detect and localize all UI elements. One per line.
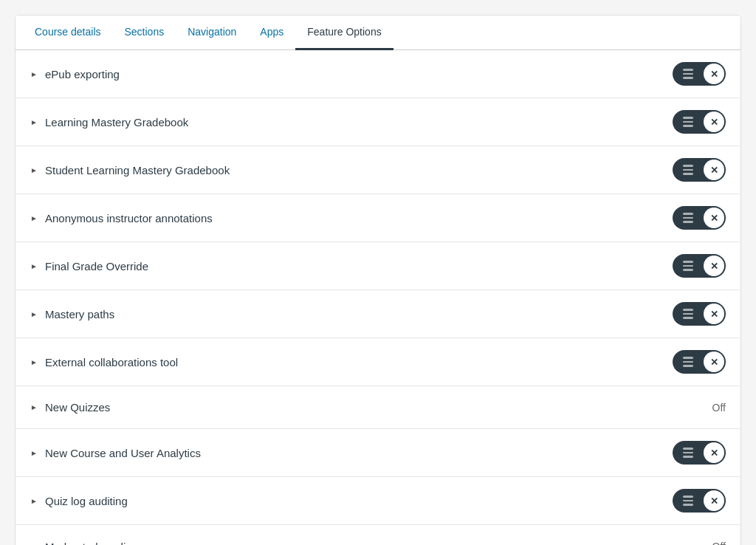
feature-left: ►Learning Mastery Gradebook <box>30 116 188 128</box>
feature-control-anonymous-instructor-annotations[interactable]: ✕ <box>673 206 726 230</box>
feature-control-mastery-paths[interactable]: ✕ <box>673 302 726 326</box>
toggle-x-icon: ✕ <box>710 496 718 506</box>
off-label-moderated-grading: Off <box>712 541 726 545</box>
toggle-x-icon: ✕ <box>710 309 718 319</box>
toggle-lines-icon <box>683 69 693 79</box>
feature-row-mastery-paths: ►Mastery paths✕ <box>16 290 740 338</box>
toggle-final-grade-override[interactable]: ✕ <box>673 254 726 278</box>
feature-left: ►New Course and User Analytics <box>30 447 201 459</box>
feature-row-new-quizzes: ►New QuizzesOff <box>16 386 740 429</box>
toggle-x-icon: ✕ <box>710 357 718 367</box>
feature-control-student-learning-mastery-gradebook[interactable]: ✕ <box>673 158 726 182</box>
off-label-new-quizzes: Off <box>712 402 726 414</box>
chevron-right-icon[interactable]: ► <box>30 166 39 174</box>
feature-left: ►Student Learning Mastery Gradebook <box>30 164 230 176</box>
feature-row-final-grade-override: ►Final Grade Override✕ <box>16 242 740 290</box>
features-list: ►ePub exporting✕►Learning Mastery Gradeb… <box>16 50 740 545</box>
toggle-lines-icon <box>683 357 693 367</box>
feature-label-moderated-grading: Moderated grading <box>45 541 138 546</box>
toggle-circle: ✕ <box>704 256 724 276</box>
toggle-epub-exporting[interactable]: ✕ <box>673 62 726 86</box>
feature-left: ►Moderated grading <box>30 541 138 546</box>
feature-control-final-grade-override[interactable]: ✕ <box>673 254 726 278</box>
toggle-new-course-user-analytics[interactable]: ✕ <box>673 441 726 465</box>
feature-control-learning-mastery-gradebook[interactable]: ✕ <box>673 110 726 134</box>
feature-control-external-collaborations-tool[interactable]: ✕ <box>673 350 726 374</box>
feature-label-learning-mastery-gradebook: Learning Mastery Gradebook <box>45 116 188 128</box>
feature-left: ►External collaborations tool <box>30 356 178 369</box>
feature-label-anonymous-instructor-annotations: Anonymous instructor annotations <box>45 212 213 224</box>
toggle-circle: ✕ <box>704 160 724 180</box>
toggle-x-icon: ✕ <box>710 165 718 175</box>
feature-left: ►Anonymous instructor annotations <box>30 212 213 224</box>
toggle-circle: ✕ <box>704 304 724 324</box>
feature-left: ►Mastery paths <box>30 308 114 321</box>
feature-row-learning-mastery-gradebook: ►Learning Mastery Gradebook✕ <box>16 98 740 146</box>
toggle-learning-mastery-gradebook[interactable]: ✕ <box>673 110 726 134</box>
feature-control-epub-exporting[interactable]: ✕ <box>673 62 726 86</box>
toggle-mastery-paths[interactable]: ✕ <box>673 302 726 326</box>
tabs-bar: Course detailsSectionsNavigationAppsFeat… <box>16 16 740 50</box>
chevron-right-icon[interactable]: ► <box>30 403 39 411</box>
chevron-right-icon[interactable]: ► <box>30 310 39 318</box>
toggle-x-icon: ✕ <box>710 261 718 271</box>
chevron-right-icon[interactable]: ► <box>30 214 39 222</box>
feature-control-new-course-user-analytics[interactable]: ✕ <box>673 441 726 465</box>
feature-row-epub-exporting: ►ePub exporting✕ <box>16 50 740 98</box>
feature-left: ►ePub exporting <box>30 68 120 80</box>
chevron-right-icon[interactable]: ► <box>30 262 39 270</box>
tab-feature-options[interactable]: Feature Options <box>295 16 393 50</box>
feature-left: ►Final Grade Override <box>30 260 148 272</box>
chevron-right-icon[interactable]: ► <box>30 70 39 78</box>
toggle-lines-icon <box>683 165 693 175</box>
feature-label-new-course-user-analytics: New Course and User Analytics <box>45 447 201 459</box>
chevron-right-icon[interactable]: ► <box>30 543 39 546</box>
toggle-circle: ✕ <box>704 442 724 463</box>
toggle-lines-icon <box>683 309 693 319</box>
toggle-student-learning-mastery-gradebook[interactable]: ✕ <box>673 158 726 182</box>
tab-course-details[interactable]: Course details <box>23 16 113 50</box>
toggle-x-icon: ✕ <box>710 448 718 458</box>
toggle-circle: ✕ <box>704 490 724 511</box>
toggle-circle: ✕ <box>704 208 724 228</box>
tab-apps[interactable]: Apps <box>248 16 295 50</box>
toggle-lines-icon <box>683 261 693 271</box>
feature-row-quiz-log-auditing: ►Quiz log auditing✕ <box>16 477 740 525</box>
toggle-external-collaborations-tool[interactable]: ✕ <box>673 350 726 374</box>
toggle-circle: ✕ <box>704 112 724 132</box>
tab-navigation[interactable]: Navigation <box>176 16 248 50</box>
toggle-lines-icon <box>683 448 693 458</box>
feature-control-new-quizzes[interactable]: Off <box>712 402 726 414</box>
feature-control-moderated-grading[interactable]: Off <box>712 541 726 545</box>
feature-label-final-grade-override: Final Grade Override <box>45 260 148 272</box>
feature-label-quiz-log-auditing: Quiz log auditing <box>45 495 128 507</box>
toggle-circle: ✕ <box>704 64 724 84</box>
feature-left: ►New Quizzes <box>30 401 110 414</box>
feature-left: ►Quiz log auditing <box>30 495 128 507</box>
chevron-right-icon[interactable]: ► <box>30 118 39 126</box>
feature-label-epub-exporting: ePub exporting <box>45 68 120 80</box>
chevron-right-icon[interactable]: ► <box>30 358 39 366</box>
toggle-lines-icon <box>683 496 693 506</box>
toggle-lines-icon <box>683 213 693 223</box>
feature-row-external-collaborations-tool: ►External collaborations tool✕ <box>16 338 740 386</box>
feature-label-student-learning-mastery-gradebook: Student Learning Mastery Gradebook <box>45 164 230 176</box>
toggle-x-icon: ✕ <box>710 69 718 79</box>
chevron-right-icon[interactable]: ► <box>30 497 39 505</box>
feature-row-new-course-user-analytics: ►New Course and User Analytics✕ <box>16 429 740 477</box>
toggle-circle: ✕ <box>704 352 724 372</box>
feature-label-mastery-paths: Mastery paths <box>45 308 114 321</box>
toggle-lines-icon <box>683 117 693 127</box>
chevron-right-icon[interactable]: ► <box>30 449 39 457</box>
feature-label-external-collaborations-tool: External collaborations tool <box>45 356 178 369</box>
page-container: Course detailsSectionsNavigationAppsFeat… <box>15 15 741 545</box>
toggle-quiz-log-auditing[interactable]: ✕ <box>673 489 726 513</box>
tab-sections[interactable]: Sections <box>113 16 176 50</box>
toggle-x-icon: ✕ <box>710 117 718 127</box>
feature-row-anonymous-instructor-annotations: ►Anonymous instructor annotations✕ <box>16 194 740 242</box>
feature-row-student-learning-mastery-gradebook: ►Student Learning Mastery Gradebook✕ <box>16 146 740 194</box>
toggle-x-icon: ✕ <box>710 213 718 223</box>
toggle-anonymous-instructor-annotations[interactable]: ✕ <box>673 206 726 230</box>
feature-label-new-quizzes: New Quizzes <box>45 401 110 414</box>
feature-control-quiz-log-auditing[interactable]: ✕ <box>673 489 726 513</box>
